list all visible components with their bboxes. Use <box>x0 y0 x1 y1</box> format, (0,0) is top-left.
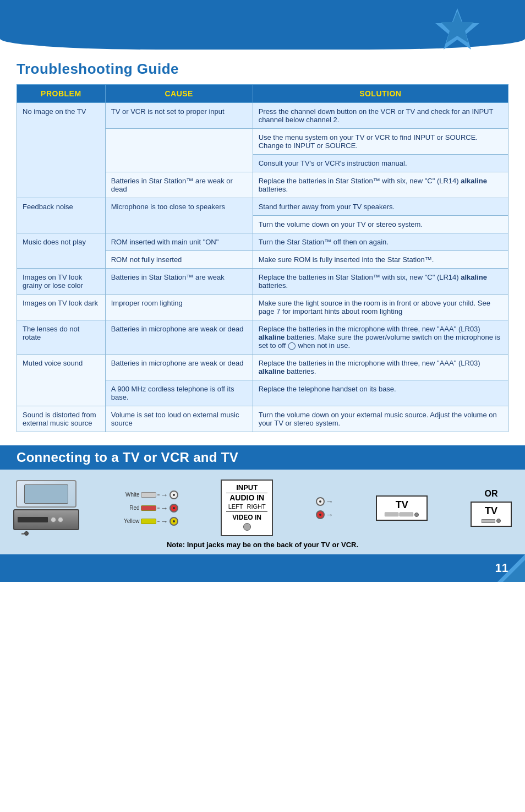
troubleshooting-table: PROBLEM CAUSE SOLUTION No image on the T… <box>17 84 508 432</box>
cause-cell: Improper room lighting <box>105 295 253 320</box>
solution-cell: Replace the batteries in the microphone … <box>253 355 508 380</box>
right-label: RIGHT <box>247 503 265 510</box>
page: Troubleshooting Guide PROBLEM CAUSE SOLU… <box>0 0 525 812</box>
solution-cell: Replace the batteries in Star Station™ w… <box>253 172 508 198</box>
cause-cell: ROM not fully inserted <box>105 251 253 269</box>
cause-cell: Microphone is too close to speakers <box>105 198 253 233</box>
solution-cell: Turn the volume down on your external mu… <box>253 406 508 432</box>
problem-cell: Images on TV look grainy or lose color <box>17 269 106 295</box>
problem-cell: Muted voice sound <box>17 355 106 406</box>
bottom-arrow-decoration <box>497 554 525 582</box>
solution-cell: Stand further away from your TV speakers… <box>253 198 508 216</box>
bottom-strip: 11 <box>0 554 525 582</box>
problem-cell: Images on TV look dark <box>17 295 106 320</box>
cause-cell: Batteries in microphone are weak or dead <box>105 355 253 380</box>
tv2-label: TV <box>479 505 503 517</box>
vcr-device <box>13 480 79 536</box>
cause-cell: Batteries in microphone are weak or dead <box>105 320 253 355</box>
problem-cell: Sound is distorted from external music s… <box>17 406 106 432</box>
cause-cell: TV or VCR is not set to proper input <box>105 103 253 129</box>
white-label: White <box>122 492 140 498</box>
table-row: Images on TV look dark Improper room lig… <box>17 295 508 320</box>
troubleshooting-title: Troubleshooting Guide <box>17 61 508 78</box>
table-row: Feedback noise Microphone is too close t… <box>17 198 508 216</box>
yellow-label: Yellow <box>122 518 140 524</box>
main-content: Troubleshooting Guide PROBLEM CAUSE SOLU… <box>0 50 525 593</box>
table-row: Images on TV look grainy or lose color B… <box>17 269 508 295</box>
header-solution: SOLUTION <box>253 85 508 103</box>
cause-cell: Batteries in Star Station™ are weak <box>105 269 253 295</box>
table-row: Muted voice sound Batteries in microphon… <box>17 355 508 380</box>
or-label: OR <box>484 489 497 499</box>
video-in-label: VIDEO IN <box>226 514 267 521</box>
left-label: LEFT <box>228 503 243 510</box>
input-label: INPUT <box>226 483 267 493</box>
right-arrows: → → <box>316 497 333 519</box>
wire-connections: White → Red → <box>122 491 178 526</box>
red-label: Red <box>122 505 140 511</box>
solution-cell: Consult your TV's or VCR's instruction m… <box>253 155 508 172</box>
header-cause: CAUSE <box>105 85 253 103</box>
problem-cell: Feedback noise <box>17 198 106 233</box>
solution-cell: Use the menu system on your TV or VCR to… <box>253 129 508 155</box>
solution-cell: Press the channel down button on the VCR… <box>253 103 508 129</box>
solution-cell: Make sure the light source in the room i… <box>253 295 508 320</box>
solution-cell: Replace the telephone handset on its bas… <box>253 380 508 406</box>
cause-cell: Batteries in Star Station™ are weak or d… <box>105 172 253 198</box>
cause-cell: Volume is set too loud on external music… <box>105 406 253 432</box>
cause-cell: A 900 MHz cordless telephone is off its … <box>105 380 253 406</box>
star-decoration <box>434 6 481 55</box>
table-row: Music does not play ROM inserted with ma… <box>17 233 508 251</box>
or-section: OR TV <box>471 489 512 527</box>
problem-cell: Music does not play <box>17 233 106 269</box>
cause-cell <box>105 129 253 172</box>
cause-cell: ROM inserted with main unit "ON" <box>105 233 253 251</box>
note-text: Note: Input jacks may be on the back of … <box>13 536 512 551</box>
problem-cell: The lenses do not rotate <box>17 320 106 355</box>
solution-cell: Replace the batteries in Star Station™ w… <box>253 269 508 295</box>
page-header <box>0 0 525 50</box>
solution-cell: Make sure ROM is fully inserted into the… <box>253 251 508 269</box>
tv-label: TV <box>385 499 419 511</box>
table-row: The lenses do not rotate Batteries in mi… <box>17 320 508 355</box>
connecting-title: Connecting to a TV or VCR and TV <box>17 450 508 465</box>
solution-cell: Turn the Star Station™ off then on again… <box>253 233 508 251</box>
connection-diagram: White → Red → <box>0 470 525 554</box>
solution-cell: Turn the volume down on your TV or stere… <box>253 216 508 233</box>
svg-marker-3 <box>503 560 525 582</box>
solution-cell: Replace the batteries in the microphone … <box>253 320 508 355</box>
input-panel: INPUT AUDIO IN LEFT RIGHT VIDEO IN <box>221 479 273 536</box>
header-problem: PROBLEM <box>17 85 106 103</box>
problem-cell: No image on the TV <box>17 103 106 198</box>
table-row: No image on the TV TV or VCR is not set … <box>17 103 508 129</box>
table-row: Sound is distorted from external music s… <box>17 406 508 432</box>
audio-in-label: AUDIO IN <box>226 493 267 502</box>
tv-top: TV <box>376 495 428 521</box>
